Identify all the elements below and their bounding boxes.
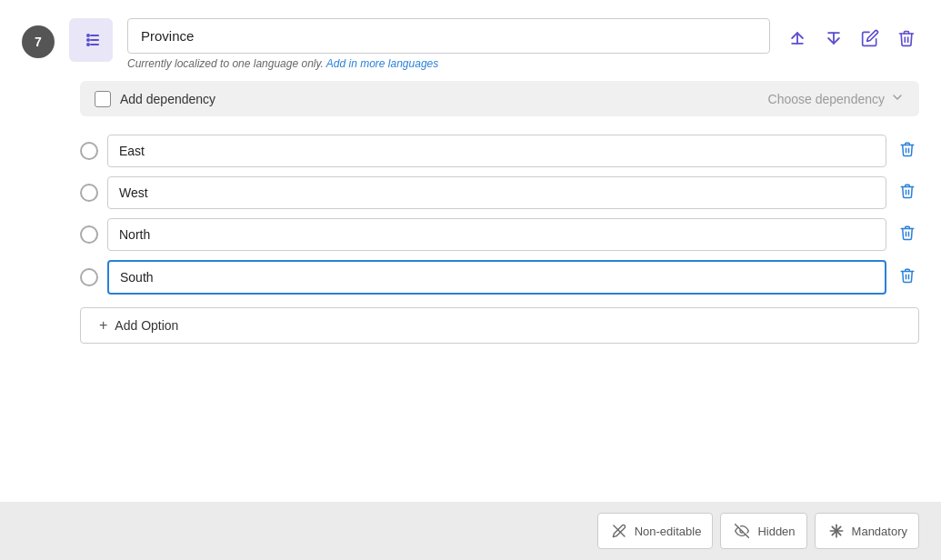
table-row	[80, 176, 919, 209]
options-list: + Add Option	[80, 135, 919, 344]
option-radio-2[interactable]	[80, 184, 98, 202]
option-delete-4[interactable]	[896, 264, 919, 291]
dependency-checkbox[interactable]	[95, 91, 111, 107]
table-row	[80, 260, 919, 295]
toolbar-icons	[785, 25, 919, 51]
eye-slash-icon	[732, 521, 752, 541]
option-input-1[interactable]	[107, 135, 886, 167]
mandatory-toggle[interactable]: Mandatory	[815, 513, 919, 549]
dependency-row: Add dependency Choose dependency	[80, 81, 919, 116]
option-radio-4[interactable]	[80, 268, 98, 286]
option-radio-3[interactable]	[80, 225, 98, 244]
add-option-label: Add Option	[115, 318, 178, 333]
add-option-button[interactable]: + Add Option	[80, 307, 919, 344]
option-input-2[interactable]	[107, 176, 886, 209]
hidden-toggle[interactable]: Hidden	[720, 513, 806, 549]
main-content: 7 Currently localized to one language on…	[0, 0, 941, 502]
svg-point-2	[87, 44, 89, 45]
dependency-dropdown[interactable]: Choose dependency	[768, 90, 905, 107]
table-row	[80, 218, 919, 251]
asterisk-icon	[826, 521, 846, 541]
hidden-label: Hidden	[757, 525, 795, 538]
question-row: 7 Currently localized to one language on…	[22, 18, 919, 70]
add-languages-link[interactable]: Add in more languages	[326, 57, 438, 70]
option-input-3[interactable]	[107, 218, 886, 251]
edit-icon[interactable]	[857, 25, 883, 51]
dropdown-chevron-icon	[890, 90, 905, 107]
add-option-plus-icon: +	[99, 317, 107, 334]
option-delete-2[interactable]	[896, 179, 919, 206]
option-radio-1[interactable]	[80, 142, 98, 160]
move-up-icon[interactable]	[785, 25, 810, 51]
pencil-slash-icon	[609, 521, 629, 541]
question-title-input[interactable]	[127, 18, 770, 54]
table-row	[80, 135, 919, 167]
question-input-section: Currently localized to one language only…	[127, 18, 770, 70]
delete-icon[interactable]	[894, 25, 919, 51]
footer-bar: Non-editable Hidden Mandatory	[0, 502, 941, 560]
move-down-icon[interactable]	[821, 25, 846, 51]
non-editable-label: Non-editable	[635, 525, 702, 538]
svg-line-7	[614, 525, 625, 536]
question-number: 7	[22, 25, 55, 58]
mandatory-label: Mandatory	[852, 525, 907, 538]
localization-note: Currently localized to one language only…	[127, 57, 770, 70]
svg-point-1	[87, 35, 89, 36]
dependency-label: Add dependency	[120, 92, 215, 106]
non-editable-toggle[interactable]: Non-editable	[597, 513, 714, 549]
option-delete-1[interactable]	[896, 137, 919, 165]
option-input-4[interactable]	[107, 260, 886, 295]
svg-point-0	[87, 39, 89, 41]
dependency-placeholder: Choose dependency	[768, 92, 885, 106]
option-delete-3[interactable]	[896, 221, 919, 248]
question-type-icon[interactable]	[69, 18, 113, 62]
